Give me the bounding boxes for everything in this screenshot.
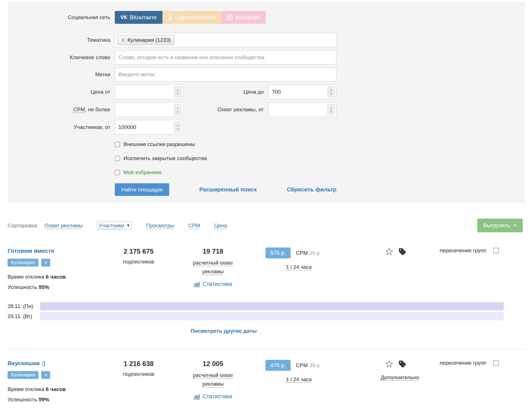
network-button-odnoklassniki[interactable]: Одноклассники [162, 11, 221, 24]
reach-label: расчетный охват рекламы [190, 371, 236, 388]
members-from-input[interactable] [115, 120, 183, 135]
favorite-star-icon[interactable]: ☆ [385, 360, 394, 368]
topic-label: Тематика [9, 37, 110, 43]
reach-count: 12 005 [178, 360, 248, 368]
success-rate: Успешность 95% [8, 284, 107, 290]
export-button[interactable]: Выгрузить ▼ [477, 219, 523, 232]
instagram-icon [227, 14, 233, 20]
more-dates-link[interactable]: Посмотреть другие даты [191, 328, 257, 334]
sort-label: Сортировка: [8, 223, 38, 229]
chart-date-label: 29.11. (Вт) [8, 313, 38, 320]
post-frequency: 1 / 24 часа [265, 264, 332, 270]
reach-count: 19 718 [178, 247, 248, 255]
availability-bar[interactable] [40, 312, 504, 320]
bar-chart-icon [194, 281, 200, 287]
cpm-max-stepper[interactable]: ∧∨ [174, 104, 182, 115]
exclude-closed-checkbox-row[interactable]: Исключить закрытые сообщества [115, 155, 524, 161]
price-from-stepper[interactable]: ∧∨ [174, 86, 182, 98]
sort-option-cpm[interactable]: CPM [188, 223, 200, 229]
export-button-label: Выгрузить [483, 222, 510, 229]
ad-reach-from-input[interactable] [268, 102, 336, 117]
statistics-label: Статистика [202, 281, 232, 287]
topic-tag: ✕ Кулинария (1233) [117, 35, 175, 45]
intersection-checkbox[interactable] [493, 248, 499, 253]
result-row: Готовим вместе Кулинария + Время отклика… [0, 247, 532, 334]
category-chip[interactable]: Кулинария [8, 371, 38, 379]
cpm-max-label: CPM, не более [9, 107, 110, 113]
favorites-label: Моё избранное [123, 169, 162, 175]
remove-tag-icon[interactable]: ✕ [121, 37, 125, 43]
add-category-button[interactable]: + [41, 371, 50, 379]
price-to-label: Цена до [183, 89, 264, 95]
social-network-switch: VK ВКонтакте Одноклассники Instagram [115, 11, 266, 24]
intersection-checkbox[interactable] [493, 360, 499, 366]
tag-icon[interactable] [398, 360, 407, 368]
statistics-link[interactable]: Статистика [178, 393, 248, 400]
vk-icon: VK [120, 14, 127, 20]
export-caret-icon: ▼ [513, 223, 517, 228]
availability-bar[interactable] [40, 302, 504, 310]
price-to-stepper[interactable]: ∧∨ [327, 86, 335, 98]
sort-option-reach[interactable]: Охват рекламы [45, 223, 83, 229]
reach-label: расчетный охват рекламы [190, 258, 236, 276]
social-network-label: Социальная сеть [9, 14, 110, 20]
category-chip[interactable]: Кулинария [8, 259, 38, 267]
network-button-instagram[interactable]: Instagram [221, 11, 266, 24]
ad-reach-from-label: Охват рекламы, от [183, 107, 264, 113]
topic-input[interactable]: ✕ Кулинария (1233) [115, 33, 336, 47]
price-button[interactable]: 476 р. [265, 360, 291, 371]
cpm-max-input[interactable] [115, 102, 183, 117]
sort-option-members[interactable]: Участники [99, 223, 124, 229]
marks-label: Метки [9, 71, 110, 78]
chart-date-label: 28.11. (Пн) [8, 303, 38, 309]
favorite-star-icon[interactable]: ☆ [385, 247, 394, 256]
price-button[interactable]: 576 р. [265, 247, 291, 258]
external-links-label: Внешние ссылки разрешены [123, 141, 195, 147]
favorites-checkbox[interactable] [115, 170, 120, 175]
external-links-checkbox-row[interactable]: Внешние ссылки разрешены [115, 141, 524, 147]
favorites-checkbox-row[interactable]: Моё избранное [115, 169, 524, 175]
add-category-button[interactable]: + [41, 259, 50, 267]
keyword-input[interactable] [115, 50, 336, 64]
row-divider [8, 349, 525, 349]
response-time: Время отклика 6 часов [8, 274, 107, 280]
result-row: Вкусняшки :) Кулинария + Время отклика 6… [0, 360, 532, 403]
subscribers-count: 2 175 675 [115, 247, 162, 255]
additional-link[interactable]: Дополнительно [381, 374, 419, 381]
subscribers-label: подписчиков [115, 371, 162, 377]
advanced-search-link[interactable]: Расширенный поиск [199, 186, 256, 193]
availability-chart: 28.11. (Пн) 29.11. (Вт) Посмотреть други… [8, 302, 504, 334]
exclude-closed-checkbox[interactable] [115, 156, 120, 161]
cpm-info: CPM 39 р. [296, 362, 321, 369]
statistics-link[interactable]: Статистика [178, 281, 248, 287]
sort-option-members-active[interactable]: Участники ▼ [97, 221, 132, 230]
members-from-stepper[interactable]: ∧∨ [174, 121, 182, 133]
community-link[interactable]: Вкусняшки :) [8, 360, 45, 367]
subscribers-label: подписчиков [115, 259, 162, 265]
success-rate: Успешность 99% [8, 397, 107, 403]
sort-direction-caret-icon: ▼ [126, 223, 130, 228]
community-link[interactable]: Готовим вместе [8, 247, 54, 254]
sort-option-views[interactable]: Просмотры [146, 223, 174, 229]
filter-panel: Социальная сеть VK ВКонтакте Одноклассни… [8, 2, 525, 202]
sort-bar: Сортировка: Охват рекламы Участники ▼ Пр… [8, 219, 523, 232]
tag-icon[interactable] [398, 247, 407, 256]
subscribers-count: 1 216 638 [115, 360, 162, 368]
price-from-input[interactable] [115, 85, 183, 99]
post-frequency: 1 / 24 часа [265, 376, 332, 383]
price-to-input[interactable] [268, 85, 336, 99]
network-button-vkontakte[interactable]: VK ВКонтакте [115, 11, 162, 24]
network-label: Одноклассники [175, 14, 215, 21]
ad-reach-from-stepper[interactable]: ∧∨ [327, 104, 335, 115]
cpm-info: CPM 29 р. [296, 250, 321, 256]
external-links-checkbox[interactable] [115, 142, 120, 147]
sort-option-price[interactable]: Цена [214, 223, 227, 229]
reset-filter-link[interactable]: Сбросить фильтр [287, 186, 336, 193]
find-platforms-button[interactable]: Найти площадки [115, 183, 169, 196]
marks-input[interactable] [115, 68, 336, 82]
network-label: Instagram [235, 14, 260, 21]
intersection-label: пересечение групп [440, 247, 486, 254]
statistics-label: Статистика [202, 393, 232, 400]
intersection-label: пересечение групп [440, 360, 486, 366]
exclude-closed-label: Исключить закрытые сообщества [123, 155, 207, 161]
